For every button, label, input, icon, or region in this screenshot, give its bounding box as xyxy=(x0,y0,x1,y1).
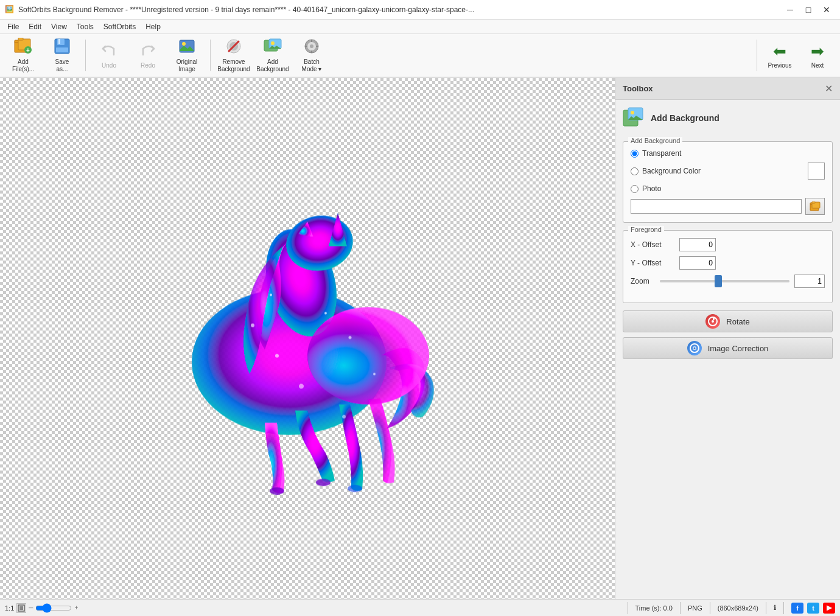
menu-help[interactable]: Help xyxy=(141,19,166,33)
svg-point-53 xyxy=(693,348,695,349)
toolbox-close-button[interactable]: ✕ xyxy=(825,83,833,94)
zoom-slider[interactable] xyxy=(660,280,789,282)
background-color-label[interactable]: Background Color xyxy=(642,167,701,175)
minimize-button[interactable]: ─ xyxy=(782,2,799,17)
zoom-fit-button[interactable] xyxy=(16,603,26,613)
batch-mode-label: BatchMode ▾ xyxy=(302,58,322,73)
zoom-range-input[interactable] xyxy=(35,606,72,611)
zoom-value-input[interactable] xyxy=(794,275,825,288)
previous-icon: ⬅ xyxy=(773,42,786,61)
zoom-plus: + xyxy=(74,604,78,611)
transparent-radio[interactable] xyxy=(631,150,639,158)
twitter-button[interactable]: t xyxy=(807,603,819,614)
photo-row: Photo xyxy=(631,184,825,193)
menu-bar: File Edit View Tools SoftOrbits Help xyxy=(0,19,840,34)
photo-radio[interactable] xyxy=(631,185,639,193)
remove-background-button[interactable]: RemoveBackground xyxy=(215,36,252,75)
svg-rect-48 xyxy=(812,201,815,203)
svg-point-41 xyxy=(348,485,362,492)
canvas-background[interactable] xyxy=(0,78,615,599)
svg-point-36 xyxy=(373,373,376,376)
photo-label[interactable]: Photo xyxy=(642,184,661,193)
background-color-row: Background Color xyxy=(631,163,825,180)
foreground-label: Foregrond xyxy=(628,226,664,233)
title-bar: 🖼️ SoftOrbits Background Remover - ****U… xyxy=(0,0,840,19)
x-offset-input[interactable] xyxy=(679,238,716,251)
batch-mode-icon xyxy=(303,38,320,57)
menu-view[interactable]: View xyxy=(46,19,72,33)
menu-tools[interactable]: Tools xyxy=(72,19,99,33)
status-social: f t ▶ xyxy=(783,602,835,614)
svg-point-31 xyxy=(251,324,254,327)
svg-point-30 xyxy=(307,307,429,405)
toolbox-panel: Toolbox ✕ Add Background Add Background xyxy=(615,78,840,599)
original-image-label: OriginalImage xyxy=(177,58,197,73)
color-picker-box[interactable] xyxy=(808,163,825,180)
remove-background-icon xyxy=(224,38,243,57)
previous-label: Previous xyxy=(768,62,792,69)
remove-background-label: RemoveBackground xyxy=(217,58,250,73)
undo-button[interactable]: Undo xyxy=(91,36,127,75)
add-background-section-icon xyxy=(623,107,645,129)
add-files-icon: + xyxy=(13,38,33,57)
menu-softorbits[interactable]: SoftOrbits xyxy=(99,19,141,33)
toolbar-sep-1 xyxy=(85,40,86,71)
rotate-icon xyxy=(705,314,720,329)
toolbar: + AddFile(s)... Saveas... Undo xyxy=(0,34,840,78)
redo-button[interactable]: Redo xyxy=(130,36,166,75)
next-button[interactable]: ➡ Next xyxy=(800,36,835,75)
add-files-label: AddFile(s)... xyxy=(12,58,34,73)
social-links: f t ▶ xyxy=(791,603,835,614)
background-color-radio[interactable] xyxy=(631,167,639,175)
status-bar: 1:1 ─ + Time (s): 0.0 PNG (860x689x24) ℹ… xyxy=(0,599,840,616)
y-offset-input[interactable] xyxy=(679,256,716,270)
status-time: Time (s): 0.0 xyxy=(628,602,673,614)
zoom-row: Zoom xyxy=(631,275,825,288)
facebook-button[interactable]: f xyxy=(791,603,803,614)
rotate-label: Rotate xyxy=(726,317,749,326)
svg-point-39 xyxy=(316,479,331,486)
toolbox-header: Toolbox ✕ xyxy=(615,78,840,100)
group-box-label: Add Background xyxy=(628,137,682,144)
zoom-minus: ─ xyxy=(29,604,33,611)
previous-button[interactable]: ⬅ Previous xyxy=(762,36,797,75)
browse-icon xyxy=(810,201,821,211)
svg-text:+: + xyxy=(26,47,30,54)
transparent-label[interactable]: Transparent xyxy=(642,149,681,158)
browse-button[interactable] xyxy=(805,198,825,215)
svg-rect-7 xyxy=(57,39,65,45)
maximize-button[interactable]: □ xyxy=(800,2,817,17)
canvas-area xyxy=(0,78,615,599)
y-offset-row: Y - Offset xyxy=(631,256,825,270)
svg-point-11 xyxy=(182,42,186,46)
batch-mode-button[interactable]: BatchMode ▾ xyxy=(293,36,330,75)
svg-point-35 xyxy=(275,354,279,358)
toolbox-title: Toolbox xyxy=(623,84,653,93)
add-files-button[interactable]: + AddFile(s)... xyxy=(5,36,41,75)
svg-point-38 xyxy=(342,415,346,419)
main-area: Toolbox ✕ Add Background Add Background xyxy=(0,78,840,599)
photo-input-row xyxy=(631,198,825,215)
save-as-button[interactable]: Saveas... xyxy=(44,36,80,75)
add-background-button[interactable]: AddBackground xyxy=(254,36,291,75)
menu-file[interactable]: File xyxy=(2,19,24,33)
photo-path-input[interactable] xyxy=(631,199,802,214)
close-button[interactable]: ✕ xyxy=(818,2,835,17)
svg-point-37 xyxy=(270,294,272,296)
image-correction-label: Image Correction xyxy=(708,344,769,353)
window-controls: ─ □ ✕ xyxy=(782,2,835,17)
zoom-thumb[interactable] xyxy=(715,275,722,287)
original-image-button[interactable]: OriginalImage xyxy=(169,36,205,75)
toolbar-sep-2 xyxy=(210,40,211,71)
svg-point-40 xyxy=(270,488,284,495)
status-dimensions: (860x689x24) xyxy=(710,602,758,614)
youtube-button[interactable]: ▶ xyxy=(823,603,835,614)
add-background-icon xyxy=(263,38,282,57)
svg-point-17 xyxy=(271,41,275,45)
rotate-button[interactable]: Rotate xyxy=(623,310,833,332)
menu-edit[interactable]: Edit xyxy=(24,19,46,33)
status-info[interactable]: ℹ xyxy=(766,602,776,614)
x-offset-label: X - Offset xyxy=(631,240,679,249)
image-correction-button[interactable]: Image Correction xyxy=(623,337,833,359)
svg-rect-3 xyxy=(18,38,23,40)
